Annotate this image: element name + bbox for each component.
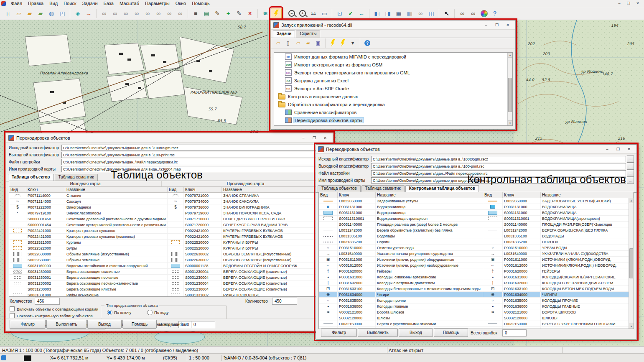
run-task-icon[interactable] (328, 38, 338, 48)
field-input[interactable]: C:\Users\termo\OneDrive\Документы\данные… (61, 145, 322, 151)
table-row[interactable]: P0031611000Источники (ключи, родники) об… (319, 257, 634, 263)
new-map-icon[interactable]: ▯ (3, 8, 13, 19)
task-tab-2[interactable]: Скрипты (296, 31, 320, 38)
fit-to-window-icon[interactable]: ▭ (319, 8, 330, 19)
select-area-icon[interactable]: ◧ (372, 8, 382, 19)
table-row[interactable]: S0031331000Рифы осыхающиеS0031331002РИФЫ… (9, 292, 330, 297)
filter-button[interactable]: Фильтр (321, 328, 357, 337)
table-row[interactable]: L0032150000Берега с укрепленными откосам… (319, 321, 634, 327)
table-row[interactable]: P0031632000Колодцы с ветряным двигателем… (319, 280, 634, 286)
task-item[interactable]: MIFИмпорт данных формата MIF/MID с перек… (274, 53, 512, 61)
table-row[interactable]: P0031633100Колодцы бетонированные с меха… (319, 286, 634, 292)
open-task-folder-icon[interactable]: ▱ (293, 38, 303, 48)
table-row[interactable]: S0022521000КурганыS0022520000КУРГАНЫ И Б… (9, 240, 330, 245)
table-row[interactable]: P0031636000Колодцы главныеP0031636000КОЛ… (319, 303, 634, 309)
open-internet-map-icon[interactable]: ◍ (46, 8, 57, 19)
new-task-icon[interactable]: ▯ (283, 38, 293, 48)
menu-item[interactable]: Задачи (79, 0, 101, 6)
db-search-icon[interactable]: ∞ (415, 8, 426, 19)
table-row[interactable]: P0031131000ВодохранилищаP0031131000ВОДОХ… (319, 204, 634, 210)
select-title-list-icon[interactable]: ◨ (382, 8, 393, 19)
open-recent-maps-icon[interactable]: ▰ (24, 8, 35, 19)
recode-right-tab-3[interactable]: Контрольная таблица объектов (405, 185, 479, 192)
minimize-button[interactable]: – (602, 146, 613, 153)
close-button[interactable]: ✕ (633, 1, 642, 6)
restore-button[interactable]: ❐ (624, 1, 633, 6)
object-list-icon[interactable]: ≡ (190, 8, 201, 19)
recode-left-titlebar[interactable]: Перекодировка объектов – ❐ ✕ (6, 133, 333, 143)
map-layers-icon[interactable]: ◈ (72, 8, 83, 19)
task-list-scrollbar[interactable]: ▲ ▼ (507, 53, 512, 125)
task-item[interactable]: OSMИмпорт векторных карт из формата OSM (274, 61, 512, 69)
field-input[interactable]: C:\Users\termo\OneDrive\Документы\данные… (61, 152, 322, 158)
table-row[interactable]: P0031634000ЧигириP0031634000ЧИГИРИ (319, 292, 634, 298)
field-input[interactable]: C:\Users\termo\OneDrive\Документы\данные… (371, 163, 626, 169)
recode-right-titlebar[interactable]: Перекодировка объектов – ❐ ✕ (316, 145, 636, 154)
run-task-params-icon[interactable] (338, 38, 348, 48)
table-row[interactable]: S0032120000ШлюзыS0032120000ШЛЮЗЫ (319, 315, 634, 321)
table-row[interactable]: L0031335100ВодопадыL0031335100ВОДОПАДЫ (319, 233, 634, 239)
table-row[interactable]: L0022650000Задернованные уступыL00226500… (319, 198, 634, 204)
show-control-table-checkbox[interactable]: Показать контрольную таблицу объектов (10, 313, 92, 318)
scroll-down-icon[interactable]: ▼ (508, 120, 512, 125)
run-button[interactable]: Выполнить (358, 328, 398, 337)
scrollbar-thumb[interactable] (508, 78, 512, 112)
table-row[interactable]: P0031620000ГейзерыP0031620000ГЕЙЗЕРЫ (319, 268, 634, 274)
edit-object-icon[interactable]: ✎ (234, 8, 244, 19)
table-edit-icon[interactable]: ▦ (393, 8, 404, 19)
scroll-up-icon[interactable]: ▲ (508, 53, 512, 58)
object-info-icon[interactable]: ✎ (212, 8, 223, 19)
scale-1to1-icon[interactable]: 1:1 (308, 8, 319, 19)
select-view-frame-icon[interactable]: ⊡ (334, 8, 345, 19)
table-row[interactable]: P0031635000Колодцы прочиеP0031635000КОЛО… (319, 298, 634, 303)
open-tasks-icon[interactable]: ▱ (273, 38, 283, 48)
task-item[interactable]: Перекодировка объектов карты (274, 116, 512, 124)
table-row[interactable]: S00311310001Водохранилища строящиесяS003… (319, 216, 634, 222)
menu-item[interactable]: База (101, 0, 117, 6)
zoom-out-icon[interactable]: − (286, 8, 297, 19)
task-item[interactable]: SDEЭкспорт в Arc SDE Oracle (274, 84, 512, 92)
task-item[interactable]: Контроль и исправление данных (274, 92, 512, 100)
filter-button[interactable]: Фильтр (10, 320, 46, 329)
table-row[interactable]: S0000001454Сочетание кустарниковой расти… (9, 222, 330, 228)
table-row[interactable]: P0079719100Значок лесополосыP0079719000З… (9, 210, 330, 216)
table-scrollbar[interactable]: ▲ ▼ (629, 198, 634, 329)
by-key-radio[interactable]: По ключу (107, 310, 131, 315)
db-admin-icon[interactable]: ◫ (426, 8, 437, 19)
table-row[interactable]: S0031230000Берега осыхающие скалистыеS00… (9, 269, 330, 275)
pointer-icon[interactable]: ↖ (441, 8, 452, 19)
close-button[interactable]: ✕ (320, 135, 331, 141)
table-row[interactable]: S0031230001Берега осыхающие песчаныеS003… (9, 275, 330, 280)
table-row[interactable]: S0031131000ВодохранилищаS0031131000ВОДОХ… (319, 210, 634, 216)
field-input[interactable]: C:\Users\termo\OneDrive\Документы\дан..\… (61, 159, 322, 165)
task-help-icon[interactable]: ? (362, 38, 372, 48)
task-item[interactable]: Сравнение классификаторов (274, 108, 512, 116)
menu-item[interactable]: Вид (46, 0, 61, 6)
help-button[interactable]: Помощь (434, 328, 468, 337)
table-row[interactable]: S0031230003Берега осыхающие илистыеS0031… (9, 286, 330, 292)
add-map-layer-icon[interactable]: ▰ (35, 8, 46, 19)
run-applications-dialog-titlebar[interactable]: Запуск приложений - recode64.dll – ❐ ✕ (271, 20, 515, 30)
scrollbar-thumb[interactable] (629, 248, 633, 278)
run-applications-icon[interactable] (271, 8, 282, 19)
stereo-view-icon[interactable]: ∞ (457, 8, 468, 19)
task-tab-1[interactable]: Задачи (273, 31, 295, 38)
maximize-button[interactable]: ❐ (309, 135, 320, 141)
help-button[interactable]: Помощь (122, 320, 157, 329)
close-button[interactable]: ✕ (502, 22, 513, 28)
browse-button[interactable]: ... (627, 163, 634, 170)
close-button[interactable]: ✕ (624, 146, 634, 153)
map-mode-icon[interactable] (1, 355, 6, 360)
color-swatch[interactable] (24, 355, 31, 361)
find-by-name-icon[interactable]: ∞ (142, 8, 153, 19)
task-item[interactable]: XLSЗагрузка данных из Excel (274, 76, 512, 84)
table-row[interactable]: L0031242000Берега обрывистые (скалистые)… (319, 227, 634, 233)
maximize-button[interactable]: ❐ (491, 22, 502, 28)
route-task-icon[interactable]: → (83, 8, 94, 19)
menu-item[interactable]: Окно (173, 0, 189, 6)
minimize-button[interactable]: – (481, 22, 491, 28)
table-row[interactable]: L0031335200ПорогиL0031335200ПОРОГИ (319, 239, 634, 245)
task-item[interactable]: Обработка классификатора и перекодировка (274, 100, 512, 108)
task-item[interactable]: GMLЭкспорт схем территориального планиро… (274, 69, 512, 76)
recode-right-tab-2[interactable]: Таблица семантик (361, 185, 405, 192)
